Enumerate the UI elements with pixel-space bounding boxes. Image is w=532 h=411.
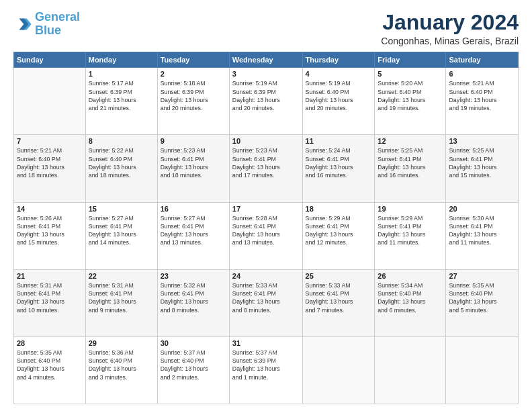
day-number: 19 (378, 205, 443, 213)
day-number: 31 (232, 339, 300, 347)
calendar-header: SundayMondayTuesdayWednesdayThursdayFrid… (14, 52, 519, 68)
day-info: Sunrise: 5:30 AM Sunset: 6:41 PM Dayligh… (449, 214, 515, 247)
logo-icon (13, 15, 32, 34)
day-info: Sunrise: 5:19 AM Sunset: 6:39 PM Dayligh… (232, 79, 300, 112)
weekday-row: SundayMondayTuesdayWednesdayThursdayFrid… (14, 52, 519, 68)
day-info: Sunrise: 5:36 AM Sunset: 6:40 PM Dayligh… (89, 349, 154, 381)
day-number: 27 (449, 272, 515, 280)
day-number: 30 (161, 339, 226, 347)
day-info: Sunrise: 5:20 AM Sunset: 6:40 PM Dayligh… (378, 79, 443, 112)
calendar-cell (302, 336, 375, 404)
day-info: Sunrise: 5:33 AM Sunset: 6:41 PM Dayligh… (306, 281, 372, 314)
day-number: 5 (378, 70, 443, 78)
calendar-cell: 12Sunrise: 5:25 AM Sunset: 6:41 PM Dayli… (375, 135, 446, 202)
calendar-cell: 6Sunrise: 5:21 AM Sunset: 6:40 PM Daylig… (446, 68, 519, 135)
month-title: January 2024 (381, 11, 519, 34)
day-number: 9 (161, 137, 226, 145)
calendar-week-row: 14Sunrise: 5:26 AM Sunset: 6:41 PM Dayli… (14, 202, 519, 269)
day-number: 23 (161, 272, 226, 280)
logo-line2: Blue (35, 24, 61, 37)
calendar-cell: 27Sunrise: 5:35 AM Sunset: 6:40 PM Dayli… (446, 269, 519, 336)
day-info: Sunrise: 5:34 AM Sunset: 6:40 PM Dayligh… (378, 281, 443, 314)
day-number: 1 (89, 70, 154, 78)
weekday-header: Monday (85, 52, 157, 68)
calendar-cell (14, 68, 86, 135)
day-info: Sunrise: 5:17 AM Sunset: 6:39 PM Dayligh… (89, 79, 154, 112)
weekday-header: Saturday (446, 52, 519, 68)
day-info: Sunrise: 5:18 AM Sunset: 6:39 PM Dayligh… (161, 79, 226, 112)
calendar-cell: 7Sunrise: 5:21 AM Sunset: 6:40 PM Daylig… (14, 135, 86, 202)
day-number: 21 (17, 272, 83, 280)
calendar-cell: 17Sunrise: 5:28 AM Sunset: 6:41 PM Dayli… (229, 202, 302, 269)
calendar-cell: 9Sunrise: 5:23 AM Sunset: 6:41 PM Daylig… (157, 135, 229, 202)
calendar-cell (446, 336, 519, 404)
day-info: Sunrise: 5:23 AM Sunset: 6:41 PM Dayligh… (232, 146, 300, 179)
day-info: Sunrise: 5:33 AM Sunset: 6:41 PM Dayligh… (232, 281, 300, 314)
calendar-cell: 11Sunrise: 5:24 AM Sunset: 6:41 PM Dayli… (302, 135, 375, 202)
day-info: Sunrise: 5:21 AM Sunset: 6:40 PM Dayligh… (17, 146, 83, 179)
calendar-cell: 19Sunrise: 5:29 AM Sunset: 6:41 PM Dayli… (375, 202, 446, 269)
calendar-body: 1Sunrise: 5:17 AM Sunset: 6:39 PM Daylig… (14, 68, 519, 404)
day-info: Sunrise: 5:21 AM Sunset: 6:40 PM Dayligh… (449, 79, 515, 112)
day-number: 24 (232, 272, 300, 280)
calendar-cell: 22Sunrise: 5:31 AM Sunset: 6:41 PM Dayli… (85, 269, 157, 336)
day-number: 17 (232, 205, 300, 213)
day-info: Sunrise: 5:37 AM Sunset: 6:39 PM Dayligh… (232, 349, 300, 381)
day-info: Sunrise: 5:25 AM Sunset: 6:41 PM Dayligh… (378, 146, 443, 179)
day-info: Sunrise: 5:25 AM Sunset: 6:41 PM Dayligh… (449, 146, 515, 179)
calendar-week-row: 7Sunrise: 5:21 AM Sunset: 6:40 PM Daylig… (14, 135, 519, 202)
calendar-cell: 30Sunrise: 5:37 AM Sunset: 6:40 PM Dayli… (157, 336, 229, 404)
calendar-cell: 15Sunrise: 5:27 AM Sunset: 6:41 PM Dayli… (85, 202, 157, 269)
day-info: Sunrise: 5:27 AM Sunset: 6:41 PM Dayligh… (161, 214, 226, 247)
day-info: Sunrise: 5:31 AM Sunset: 6:41 PM Dayligh… (17, 281, 83, 314)
day-info: Sunrise: 5:26 AM Sunset: 6:41 PM Dayligh… (17, 214, 83, 247)
day-info: Sunrise: 5:22 AM Sunset: 6:40 PM Dayligh… (89, 146, 154, 179)
day-number: 25 (306, 272, 372, 280)
calendar-cell: 18Sunrise: 5:29 AM Sunset: 6:41 PM Dayli… (302, 202, 375, 269)
weekday-header: Tuesday (157, 52, 229, 68)
logo-text: General Blue (35, 11, 80, 38)
day-number: 15 (89, 205, 154, 213)
calendar-week-row: 21Sunrise: 5:31 AM Sunset: 6:41 PM Dayli… (14, 269, 519, 336)
calendar-week-row: 28Sunrise: 5:35 AM Sunset: 6:40 PM Dayli… (14, 336, 519, 404)
calendar-cell: 5Sunrise: 5:20 AM Sunset: 6:40 PM Daylig… (375, 68, 446, 135)
day-number: 2 (161, 70, 226, 78)
calendar-cell: 13Sunrise: 5:25 AM Sunset: 6:41 PM Dayli… (446, 135, 519, 202)
logo-line1: General (35, 10, 80, 24)
calendar-cell: 31Sunrise: 5:37 AM Sunset: 6:39 PM Dayli… (229, 336, 302, 404)
day-info: Sunrise: 5:31 AM Sunset: 6:41 PM Dayligh… (89, 281, 154, 314)
day-info: Sunrise: 5:24 AM Sunset: 6:41 PM Dayligh… (306, 146, 372, 179)
calendar-cell: 24Sunrise: 5:33 AM Sunset: 6:41 PM Dayli… (229, 269, 302, 336)
calendar-week-row: 1Sunrise: 5:17 AM Sunset: 6:39 PM Daylig… (14, 68, 519, 135)
calendar-cell: 10Sunrise: 5:23 AM Sunset: 6:41 PM Dayli… (229, 135, 302, 202)
calendar-cell: 2Sunrise: 5:18 AM Sunset: 6:39 PM Daylig… (157, 68, 229, 135)
day-info: Sunrise: 5:35 AM Sunset: 6:40 PM Dayligh… (449, 281, 515, 314)
calendar-table: SundayMondayTuesdayWednesdayThursdayFrid… (13, 52, 519, 404)
day-info: Sunrise: 5:35 AM Sunset: 6:40 PM Dayligh… (17, 349, 83, 381)
calendar-cell: 26Sunrise: 5:34 AM Sunset: 6:40 PM Dayli… (375, 269, 446, 336)
day-number: 16 (161, 205, 226, 213)
calendar-cell: 28Sunrise: 5:35 AM Sunset: 6:40 PM Dayli… (14, 336, 86, 404)
calendar-cell: 21Sunrise: 5:31 AM Sunset: 6:41 PM Dayli… (14, 269, 86, 336)
weekday-header: Thursday (302, 52, 375, 68)
calendar-cell: 20Sunrise: 5:30 AM Sunset: 6:41 PM Dayli… (446, 202, 519, 269)
page: General Blue January 2024 Congonhas, Min… (0, 0, 532, 411)
day-info: Sunrise: 5:19 AM Sunset: 6:40 PM Dayligh… (306, 79, 372, 112)
weekday-header: Sunday (14, 52, 86, 68)
calendar-cell: 3Sunrise: 5:19 AM Sunset: 6:39 PM Daylig… (229, 68, 302, 135)
day-number: 26 (378, 272, 443, 280)
calendar-cell (375, 336, 446, 404)
calendar-cell: 8Sunrise: 5:22 AM Sunset: 6:40 PM Daylig… (85, 135, 157, 202)
day-number: 14 (17, 205, 83, 213)
day-info: Sunrise: 5:29 AM Sunset: 6:41 PM Dayligh… (378, 214, 443, 247)
subtitle: Congonhas, Minas Gerais, Brazil (381, 36, 519, 46)
calendar-cell: 23Sunrise: 5:32 AM Sunset: 6:41 PM Dayli… (157, 269, 229, 336)
calendar-cell: 25Sunrise: 5:33 AM Sunset: 6:41 PM Dayli… (302, 269, 375, 336)
day-number: 18 (306, 205, 372, 213)
day-info: Sunrise: 5:37 AM Sunset: 6:40 PM Dayligh… (161, 349, 226, 381)
logo: General Blue (13, 11, 80, 38)
calendar-cell: 29Sunrise: 5:36 AM Sunset: 6:40 PM Dayli… (85, 336, 157, 404)
day-number: 12 (378, 137, 443, 145)
weekday-header: Friday (375, 52, 446, 68)
day-number: 29 (89, 339, 154, 347)
